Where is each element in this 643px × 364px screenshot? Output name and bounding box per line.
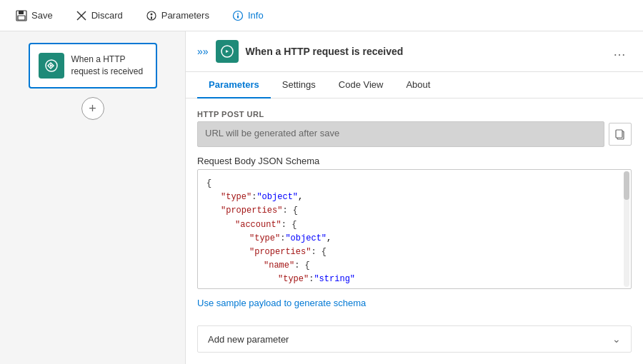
parameters-button[interactable]: Parameters: [141, 7, 214, 24]
url-row: URL will be generated after save: [197, 121, 632, 147]
parameters-label: Parameters: [161, 10, 209, 21]
info-button[interactable]: Info: [228, 7, 268, 24]
code-line: "properties": {: [206, 246, 622, 259]
copy-icon: [614, 128, 626, 140]
trigger-card[interactable]: When a HTTP request is received: [29, 43, 157, 89]
svg-rect-10: [237, 15, 239, 18]
plus-icon: +: [89, 101, 96, 116]
parameters-icon: [146, 10, 157, 21]
svg-rect-14: [616, 130, 622, 138]
add-parameter-row[interactable]: Add new parameter ⌄: [197, 325, 632, 353]
left-panel: When a HTTP request is received +: [0, 31, 186, 364]
svg-rect-7: [151, 16, 152, 19]
svg-rect-1: [19, 11, 24, 14]
right-header-icon: [216, 40, 239, 63]
scrollbar-thumb: [624, 171, 629, 200]
add-step-button[interactable]: +: [81, 97, 104, 120]
right-panel-title: When a HTTP request is received: [246, 46, 600, 57]
tab-codeview[interactable]: Code View: [327, 72, 395, 98]
more-options-button[interactable]: …: [607, 41, 632, 62]
code-line: "properties": {: [206, 204, 622, 218]
code-line: "type": "object",: [206, 232, 622, 246]
url-placeholder: URL will be generated after save: [205, 128, 339, 138]
sample-payload-link[interactable]: Use sample payload to generate schema: [197, 298, 632, 308]
code-editor[interactable]: { "type": "object", "properties": { "acc…: [197, 169, 632, 289]
save-label: Save: [31, 10, 53, 21]
info-icon: [232, 10, 244, 21]
tab-about[interactable]: About: [394, 72, 442, 98]
tab-settings[interactable]: Settings: [271, 72, 327, 98]
code-line: {: [206, 177, 622, 191]
discard-label: Discard: [91, 10, 123, 21]
copy-url-button[interactable]: [609, 123, 632, 146]
code-line: "account": {: [206, 218, 622, 232]
tabs-bar: Parameters Settings Code View About: [186, 72, 643, 98]
code-line: },: [206, 287, 622, 290]
schema-section: Request Body JSON Schema { "type": "obje…: [197, 156, 632, 289]
schema-label: Request Body JSON Schema: [197, 156, 632, 166]
right-header: »» When a HTTP request is received …: [186, 31, 643, 72]
code-line: "name": {: [206, 259, 622, 273]
url-field: URL will be generated after save: [197, 121, 604, 147]
right-panel: »» When a HTTP request is received … Par…: [186, 31, 643, 364]
http-post-url-section: HTTP POST URL URL will be generated afte…: [197, 110, 632, 147]
save-button[interactable]: Save: [11, 7, 57, 24]
scrollbar-track[interactable]: [624, 171, 629, 287]
expand-icon[interactable]: »»: [197, 46, 209, 57]
trigger-label: When a HTTP request is received: [71, 54, 147, 78]
code-line: "type": "string": [206, 273, 622, 286]
discard-button[interactable]: Discard: [71, 7, 127, 24]
chevron-down-icon: ⌄: [612, 333, 621, 345]
code-line: "type": "object",: [206, 191, 622, 204]
svg-rect-2: [18, 16, 25, 20]
trigger-icon: [39, 53, 64, 79]
add-parameter-label: Add new parameter: [208, 334, 289, 345]
http-post-url-label: HTTP POST URL: [197, 110, 632, 118]
toolbar: Save Discard Parameters: [0, 0, 643, 31]
save-icon: [16, 10, 27, 21]
discard-icon: [76, 10, 87, 21]
main-layout: When a HTTP request is received + »» Whe…: [0, 31, 643, 364]
content-area: HTTP POST URL URL will be generated afte…: [186, 98, 643, 364]
info-label: Info: [248, 10, 264, 21]
svg-point-6: [150, 13, 152, 15]
tab-parameters[interactable]: Parameters: [197, 72, 271, 98]
svg-point-9: [237, 13, 239, 14]
